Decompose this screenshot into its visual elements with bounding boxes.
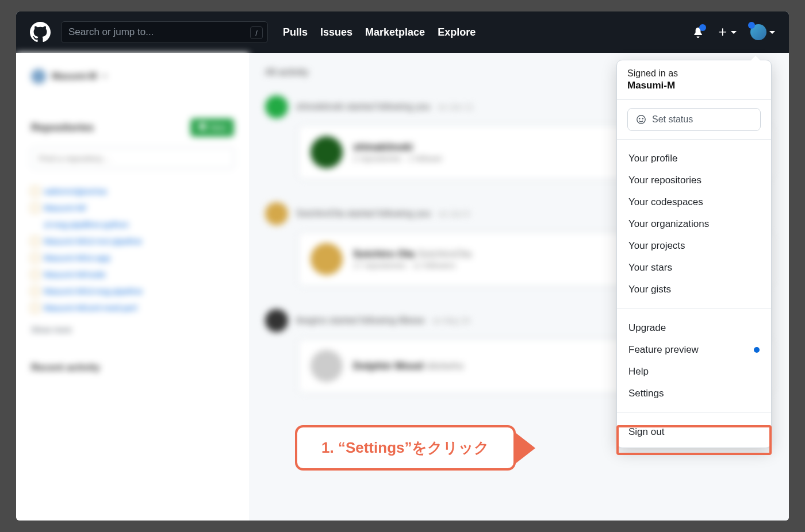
show-more-link[interactable]: Show more — [31, 325, 234, 334]
user-avatar-icon — [310, 350, 343, 382]
user-menu-button[interactable] — [750, 24, 775, 40]
repo-link[interactable]: Masumi-M/ul-esg-pipeline — [31, 283, 234, 299]
tutorial-annotation: 1. “Settings”をクリック — [295, 425, 535, 471]
menu-your-codespaces[interactable]: Your codespaces — [617, 191, 771, 213]
menu-feature-preview[interactable]: Feature preview — [617, 339, 771, 361]
smiley-icon — [636, 114, 646, 125]
primary-nav: Pulls Issues Marketplace Explore — [283, 26, 476, 38]
context-switcher[interactable]: Masumi-M — [31, 69, 234, 84]
annotation-label: 1. “Settings”をクリック — [295, 425, 516, 471]
repo-link[interactable]: Masumi-M/ul-mvi-pipeline — [31, 233, 234, 249]
repo-icon — [31, 270, 39, 279]
recent-activity-heading: Recent activity — [31, 362, 234, 373]
search-input[interactable]: Search or jump to... / — [61, 21, 268, 43]
nav-pulls[interactable]: Pulls — [283, 26, 308, 38]
caret-down-icon — [102, 75, 107, 78]
repo-link[interactable]: Masumi-M/ — [31, 199, 234, 216]
context-username: Masumi-M — [52, 71, 97, 82]
repo-icon — [31, 303, 39, 313]
menu-your-section: Your profile Your repositories Your code… — [617, 143, 771, 305]
caret-down-icon — [731, 31, 737, 34]
search-placeholder: Search or jump to... — [68, 26, 154, 38]
user-avatar-icon — [310, 243, 343, 275]
user-menu-dropdown: Signed in as Masumi-M Set status Your pr… — [616, 60, 772, 448]
github-header: Search or jump to... / Pulls Issues Mark… — [16, 11, 789, 53]
new-repository-button[interactable]: New — [190, 118, 234, 137]
repositories-heading: Repositories — [31, 122, 94, 134]
repo-link[interactable]: Masumi-M/ui-app — [31, 249, 234, 266]
repo-icon — [31, 187, 39, 196]
menu-upgrade[interactable]: Upgrade — [617, 317, 771, 339]
repo-link[interactable]: Masumi-M/uml-med-perl — [31, 299, 234, 316]
repo-icon — [31, 203, 39, 213]
user-avatar-icon — [310, 136, 343, 168]
nav-issues[interactable]: Issues — [320, 26, 352, 38]
menu-account-section: Upgrade Feature preview Help Settings — [617, 313, 771, 409]
event-avatar-icon — [265, 95, 288, 118]
menu-your-profile[interactable]: Your profile — [617, 148, 771, 169]
dashboard-sidebar: Masumi-M Repositories New Find a reposit… — [16, 53, 249, 521]
notifications-button[interactable] — [692, 26, 704, 38]
repo-icon — [31, 253, 39, 263]
set-status-button[interactable]: Set status — [627, 108, 761, 131]
find-repository-input[interactable]: Find a repository… — [31, 147, 234, 169]
repo-link[interactable]: saitonro/gisorisa — [31, 183, 234, 199]
menu-settings[interactable]: Settings — [617, 383, 771, 404]
menu-your-repositories[interactable]: Your repositories — [617, 169, 771, 191]
notification-badge — [699, 24, 706, 31]
create-new-button[interactable] — [718, 27, 737, 37]
github-logo[interactable] — [30, 22, 51, 43]
nav-explore[interactable]: Explore — [438, 26, 476, 38]
slash-key-hint: / — [250, 26, 263, 39]
repo-icon — [31, 237, 39, 246]
avatar-badge — [748, 22, 755, 29]
menu-your-projects[interactable]: Your projects — [617, 235, 771, 257]
feature-preview-badge — [754, 347, 760, 353]
menu-your-stars[interactable]: Your stars — [617, 257, 771, 279]
annotation-arrow-icon — [515, 432, 535, 464]
repository-list: saitonro/gisorisa Masumi-M/ ul-esg-pipdl… — [31, 183, 234, 316]
signed-in-header: Signed in as Masumi-M — [617, 60, 771, 100]
event-avatar-icon — [265, 309, 288, 332]
svg-point-2 — [642, 118, 643, 119]
menu-help[interactable]: Help — [617, 361, 771, 383]
caret-down-icon — [769, 31, 775, 34]
nav-marketplace[interactable]: Marketplace — [365, 26, 425, 38]
repo-link[interactable]: Masumi-M/node — [31, 266, 234, 283]
event-avatar-icon — [265, 202, 288, 225]
menu-your-organizations[interactable]: Your organizations — [617, 213, 771, 235]
svg-point-1 — [639, 118, 640, 119]
signed-in-username: Masumi-M — [627, 80, 761, 91]
repo-icon — [31, 287, 39, 296]
repo-link[interactable]: ul-esg-pipdline-python — [31, 216, 234, 233]
user-avatar-icon — [31, 69, 46, 84]
menu-sign-out[interactable]: Sign out — [617, 421, 771, 443]
menu-your-gists[interactable]: Your gists — [617, 279, 771, 300]
svg-point-0 — [637, 115, 645, 124]
